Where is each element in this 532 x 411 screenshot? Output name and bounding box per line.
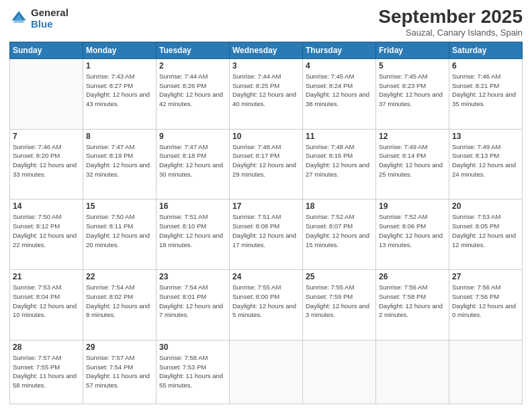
day-number: 11 [306,132,373,141]
calendar-cell: 17Sunrise: 7:51 AMSunset: 8:08 PMDayligh… [230,199,303,270]
day-number: 8 [86,132,153,141]
daylight-text: Daylight: 12 hours and 30 minutes. [159,161,223,178]
calendar-cell: 28Sunrise: 7:57 AMSunset: 7:55 PMDayligh… [10,340,83,404]
day-info: Sunrise: 7:51 AMSunset: 8:10 PMDaylight:… [159,212,226,249]
sunset-text: Sunset: 8:23 PM [379,82,426,89]
sunrise-text: Sunrise: 7:48 AM [306,143,354,150]
sunrise-text: Sunrise: 7:49 AM [452,143,500,150]
sunrise-text: Sunrise: 7:47 AM [159,143,208,150]
calendar-cell: 15Sunrise: 7:50 AMSunset: 8:11 PMDayligh… [83,199,157,270]
day-number: 20 [452,201,519,211]
daylight-text: Daylight: 12 hours and 13 minutes. [379,232,443,248]
sunrise-text: Sunrise: 7:54 AM [86,283,134,291]
calendar-cell: 7Sunrise: 7:46 AMSunset: 8:20 PMDaylight… [10,129,83,199]
daylight-text: Daylight: 12 hours and 18 minutes. [159,232,223,248]
day-info: Sunrise: 7:53 AMSunset: 8:05 PMDaylight:… [452,212,519,249]
day-number: 12 [379,132,446,141]
day-number: 25 [306,272,373,281]
calendar-cell: 22Sunrise: 7:54 AMSunset: 8:02 PMDayligh… [83,270,157,340]
sunrise-text: Sunrise: 7:51 AM [232,213,281,220]
sunrise-text: Sunrise: 7:47 AM [86,143,134,150]
calendar-table: SundayMondayTuesdayWednesdayThursdayFrid… [9,42,523,404]
sunset-text: Sunset: 8:18 PM [159,152,206,159]
sunset-text: Sunset: 8:01 PM [159,293,206,300]
day-number: 26 [379,272,446,281]
sunrise-text: Sunrise: 7:53 AM [13,283,61,291]
sunset-text: Sunset: 8:04 PM [13,293,60,300]
day-info: Sunrise: 7:45 AMSunset: 8:24 PMDaylight:… [306,72,373,109]
day-info: Sunrise: 7:44 AMSunset: 8:25 PMDaylight:… [232,72,300,109]
day-number: 14 [13,201,80,211]
day-number: 5 [379,61,446,71]
day-info: Sunrise: 7:49 AMSunset: 8:14 PMDaylight:… [379,142,446,179]
daylight-text: Daylight: 12 hours and 27 minutes. [306,161,369,178]
daylight-text: Daylight: 12 hours and 42 minutes. [159,91,223,107]
daylight-text: Daylight: 12 hours and 40 minutes. [232,91,296,107]
day-number: 27 [452,272,519,281]
logo: General Blue [9,7,69,30]
sunrise-text: Sunrise: 7:46 AM [452,73,500,80]
day-info: Sunrise: 7:44 AMSunset: 8:26 PMDaylight:… [159,72,226,109]
day-info: Sunrise: 7:52 AMSunset: 8:07 PMDaylight:… [306,212,373,249]
calendar-cell: 1Sunrise: 7:43 AMSunset: 8:27 PMDaylight… [83,58,157,129]
daylight-text: Daylight: 12 hours and 22 minutes. [13,232,77,248]
sunset-text: Sunset: 8:11 PM [86,222,133,230]
sunrise-text: Sunrise: 7:56 AM [452,283,500,291]
daylight-text: Daylight: 12 hours and 5 minutes. [232,302,296,319]
sunrise-text: Sunrise: 7:57 AM [13,354,61,361]
calendar-week-row: 14Sunrise: 7:50 AMSunset: 8:12 PMDayligh… [10,199,523,270]
daylight-text: Daylight: 12 hours and 33 minutes. [13,161,77,178]
daylight-text: Daylight: 12 hours and 0 minutes. [452,302,516,319]
calendar-cell: 3Sunrise: 7:44 AMSunset: 8:25 PMDaylight… [230,58,303,129]
day-info: Sunrise: 7:58 AMSunset: 7:53 PMDaylight:… [159,353,226,390]
daylight-text: Daylight: 12 hours and 20 minutes. [86,232,150,248]
day-number: 30 [159,342,226,352]
sunset-text: Sunset: 8:16 PM [306,152,353,159]
daylight-text: Daylight: 12 hours and 12 minutes. [452,232,516,248]
day-info: Sunrise: 7:55 AMSunset: 7:59 PMDaylight:… [306,283,373,320]
logo-text: General Blue [31,7,69,30]
day-number: 2 [159,61,226,71]
calendar-cell: 23Sunrise: 7:54 AMSunset: 8:01 PMDayligh… [157,270,230,340]
sunrise-text: Sunrise: 7:53 AM [452,213,500,220]
daylight-text: Daylight: 12 hours and 25 minutes. [379,161,443,178]
calendar-cell [303,340,376,404]
day-number: 7 [13,132,80,141]
day-info: Sunrise: 7:50 AMSunset: 8:12 PMDaylight:… [13,212,80,249]
daylight-text: Daylight: 11 hours and 55 minutes. [159,372,223,389]
calendar-cell: 8Sunrise: 7:47 AMSunset: 8:19 PMDaylight… [83,129,157,199]
sunrise-text: Sunrise: 7:51 AM [159,213,208,220]
sunset-text: Sunset: 8:00 PM [232,293,279,300]
day-number: 16 [159,201,226,211]
title-block: September 2025 Sauzal, Canary Islands, S… [378,7,523,38]
calendar-cell [449,340,523,404]
sunset-text: Sunset: 8:06 PM [379,222,426,230]
day-info: Sunrise: 7:46 AMSunset: 8:20 PMDaylight:… [13,142,80,179]
day-info: Sunrise: 7:53 AMSunset: 8:04 PMDaylight:… [13,283,80,320]
sunset-text: Sunset: 8:05 PM [452,222,499,230]
day-info: Sunrise: 7:54 AMSunset: 8:01 PMDaylight:… [159,283,226,320]
day-info: Sunrise: 7:54 AMSunset: 8:02 PMDaylight:… [86,283,153,320]
calendar-cell: 29Sunrise: 7:57 AMSunset: 7:54 PMDayligh… [83,340,157,404]
calendar-cell: 25Sunrise: 7:55 AMSunset: 7:59 PMDayligh… [303,270,376,340]
day-info: Sunrise: 7:52 AMSunset: 8:06 PMDaylight:… [379,212,446,249]
sunrise-text: Sunrise: 7:55 AM [306,283,354,291]
day-number: 22 [86,272,153,281]
sunset-text: Sunset: 8:21 PM [452,82,499,89]
sunrise-text: Sunrise: 7:49 AM [379,143,427,150]
calendar-cell: 24Sunrise: 7:55 AMSunset: 8:00 PMDayligh… [230,270,303,340]
day-number: 13 [452,132,519,141]
sunrise-text: Sunrise: 7:58 AM [159,354,208,361]
calendar-cell: 21Sunrise: 7:53 AMSunset: 8:04 PMDayligh… [10,270,83,340]
calendar-week-row: 1Sunrise: 7:43 AMSunset: 8:27 PMDaylight… [10,58,523,129]
calendar-cell [10,58,83,129]
calendar-cell: 14Sunrise: 7:50 AMSunset: 8:12 PMDayligh… [10,199,83,270]
sunset-text: Sunset: 8:02 PM [86,293,133,300]
day-info: Sunrise: 7:46 AMSunset: 8:21 PMDaylight:… [452,72,519,109]
calendar-header-friday: Friday [376,42,449,58]
daylight-text: Daylight: 12 hours and 3 minutes. [306,302,369,319]
daylight-text: Daylight: 11 hours and 57 minutes. [86,372,150,389]
main-title: September 2025 [378,7,523,28]
daylight-text: Daylight: 11 hours and 58 minutes. [13,372,77,389]
calendar-cell: 11Sunrise: 7:48 AMSunset: 8:16 PMDayligh… [303,129,376,199]
